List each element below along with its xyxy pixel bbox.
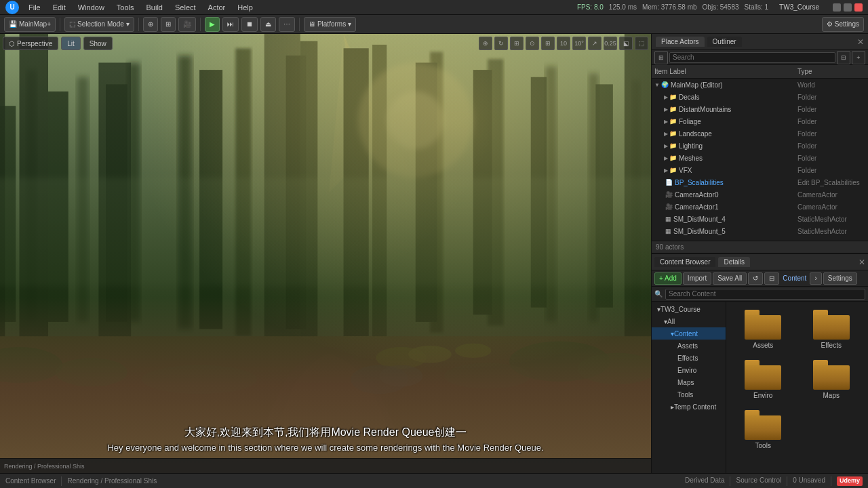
viewport[interactable]: ⬡ Perspective Lit Show ⊕ ↻ ⊞ ⊙ ⊞ 10 10° … <box>0 34 651 473</box>
outliner-item[interactable]: ▶ 📁 Lighting Folder <box>652 140 868 152</box>
outliner-filter-icon[interactable]: ⊞ <box>654 51 668 64</box>
cb-settings-button[interactable]: Settings <box>823 272 857 285</box>
content-browser-tab[interactable]: Content Browser <box>654 257 715 267</box>
content-folder[interactable]: Tools <box>732 407 795 452</box>
outliner-item[interactable]: ▶ 📁 Decals Folder <box>652 91 868 103</box>
place-actors-tab[interactable]: Place Actors <box>656 37 705 47</box>
fps-display: FPS: 8.0 <box>577 3 604 11</box>
menu-tools[interactable]: Tools <box>111 2 140 13</box>
close-button[interactable] <box>854 3 863 12</box>
outliner-item[interactable]: ▦ SM_DistMount_5 StaticMeshActor <box>652 225 868 237</box>
transform-btn[interactable]: ⊕ <box>143 17 158 32</box>
item-icon: ▦ <box>665 216 671 222</box>
outliner-item[interactable]: ▼ 🌍 MainMap (Editor) World <box>652 79 868 91</box>
menu-actor[interactable]: Actor <box>203 2 231 13</box>
mode-selector[interactable]: ⬚ Selection Mode ▾ <box>64 17 134 32</box>
rotate-icon[interactable]: ↻ <box>494 37 508 50</box>
cb-tree-item[interactable]: Tools <box>652 388 726 401</box>
perspective-toggle[interactable]: ⬡ Perspective <box>3 37 58 50</box>
eject-button[interactable]: ⏏ <box>260 17 276 32</box>
cb-file-tree: ▾ TW3_Course▾ All▾ Content Assets Effect… <box>652 302 726 473</box>
show-toggle[interactable]: Show <box>83 37 113 50</box>
menu-help[interactable]: Help <box>232 2 258 13</box>
folder-body <box>745 315 781 340</box>
content-folder[interactable]: Effects <box>800 307 863 352</box>
outliner-item[interactable]: 🎥 CameraActor1 CameraActor <box>652 201 868 213</box>
menu-file[interactable]: File <box>23 2 46 13</box>
app-logo: U <box>5 1 19 14</box>
cb-sync-button[interactable]: ↺ <box>748 272 763 285</box>
world-icon[interactable]: ⊙ <box>526 37 539 50</box>
save-button[interactable]: 💾 MainMap+ <box>4 17 56 32</box>
angle-value[interactable]: 10° <box>572 37 586 50</box>
cb-tree-item[interactable]: Assets <box>652 340 726 352</box>
status-source-control: Source Control <box>736 476 781 486</box>
maximize-button[interactable] <box>844 3 852 12</box>
outliner-tab[interactable]: Outliner <box>707 37 742 47</box>
outliner-item[interactable]: ▶ 📁 DistantMountains Folder <box>652 103 868 115</box>
cb-tree-item[interactable]: Effects <box>652 352 726 364</box>
outliner-item[interactable]: ▶ 📁 Foliage Folder <box>652 115 868 127</box>
minimize-button[interactable] <box>833 3 841 12</box>
separator3 <box>787 476 787 486</box>
outliner-item[interactable]: 📄 BP_Scalabilities Edit BP_Scalabilities <box>652 176 868 188</box>
item-type: Folder <box>797 155 865 162</box>
item-icon: 📁 <box>669 155 677 161</box>
menu-window[interactable]: Window <box>73 2 110 13</box>
outliner-item[interactable]: 🎥 CameraActor0 CameraActor <box>652 188 868 201</box>
outliner-item[interactable]: ▦ SM_DistMount_4 StaticMeshActor <box>652 213 868 225</box>
separator4 <box>831 476 831 486</box>
platforms-selector[interactable]: 🖥 Platforms ▾ <box>304 17 356 32</box>
translate-icon[interactable]: ⊕ <box>479 37 492 50</box>
menu-build[interactable]: Build <box>141 2 168 13</box>
folder-icon <box>745 360 781 390</box>
cb-tree-item[interactable]: ▸ Temp Content <box>652 401 726 413</box>
item-type: StaticMeshActor <box>797 228 865 235</box>
stop-button[interactable]: ⏹ <box>241 17 258 32</box>
snap-toggle[interactable]: ↗ <box>588 37 601 50</box>
menu-select[interactable]: Select <box>170 2 201 13</box>
more-options[interactable]: ⋯ <box>279 17 295 32</box>
content-folder[interactable]: Enviro <box>732 357 795 402</box>
cb-close-button[interactable]: ✕ <box>859 258 865 267</box>
cb-tree-item[interactable]: Maps <box>652 376 726 388</box>
maximize-viewport[interactable]: ⬚ <box>635 37 648 50</box>
cb-filter-button[interactable]: ⊟ <box>764 272 779 285</box>
play-button[interactable]: ▶ <box>205 17 220 32</box>
cb-search-input[interactable] <box>665 289 865 300</box>
grid-value[interactable]: 10 <box>557 37 570 50</box>
save-all-button[interactable]: Save All <box>713 272 747 285</box>
tree-label: Maps <box>677 379 694 386</box>
lit-toggle[interactable]: Lit <box>61 37 81 50</box>
camera-settings[interactable]: ⬕ <box>619 37 633 50</box>
camera-btn[interactable]: 🎥 <box>178 17 196 32</box>
outliner-close-button[interactable]: ✕ <box>857 37 864 47</box>
cb-tree-item[interactable]: ▾ All <box>652 315 726 327</box>
separator-3 <box>200 18 201 31</box>
settings-label: Settings <box>835 20 859 28</box>
outliner-add-icon[interactable]: + <box>852 51 865 64</box>
cb-tree-item[interactable]: Enviro <box>652 364 726 376</box>
expand-arrow: ▶ <box>664 94 668 100</box>
cb-nav-button[interactable]: › <box>810 272 821 285</box>
add-button[interactable]: + Add <box>654 272 682 285</box>
step-button[interactable]: ⏭ <box>222 17 239 32</box>
outliner-item[interactable]: ▶ 📁 Landscape Folder <box>652 127 868 140</box>
snap-btn[interactable]: ⊞ <box>161 17 176 32</box>
grid-icon[interactable]: ⊞ <box>541 37 555 50</box>
scale-value[interactable]: 0.25 <box>604 37 617 50</box>
cb-tree-item[interactable]: ▾ TW3_Course <box>652 303 726 315</box>
outliner-options-icon[interactable]: ⊟ <box>837 51 850 64</box>
scale-icon[interactable]: ⊞ <box>510 37 524 50</box>
import-button[interactable]: Import <box>683 272 711 285</box>
outliner-search-input[interactable] <box>669 52 835 63</box>
settings-button[interactable]: ⚙ Settings <box>822 17 864 32</box>
content-folder[interactable]: Assets <box>732 307 795 352</box>
outliner-item[interactable]: ▶ 📁 VFX Folder <box>652 164 868 176</box>
details-tab[interactable]: Details <box>718 257 750 267</box>
menu-edit[interactable]: Edit <box>47 2 71 13</box>
outliner-item[interactable]: ▶ 📁 Meshes Folder <box>652 152 868 164</box>
mem-display: Mem: 3776.58 mb <box>642 3 697 11</box>
content-folder[interactable]: Maps <box>800 357 863 402</box>
cb-tree-item[interactable]: ▾ Content <box>652 327 726 340</box>
